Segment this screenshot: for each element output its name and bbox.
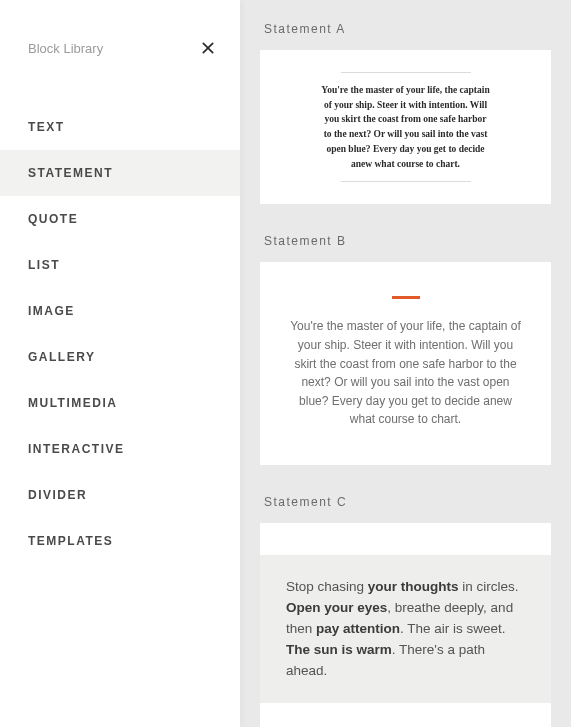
bold-run: your thoughts <box>368 579 459 594</box>
block-section-a: Statement A You're the master of your li… <box>240 16 571 228</box>
bold-run: Open your eyes <box>286 600 387 615</box>
preview-a-inner: You're the master of your life, the capt… <box>321 72 491 182</box>
close-icon <box>200 40 216 56</box>
statement-a-text: You're the master of your life, the capt… <box>321 73 491 181</box>
nav-item-statement[interactable]: STATEMENT <box>0 150 240 196</box>
block-label: Statement C <box>260 489 551 523</box>
statement-c-text: Stop chasing your thoughts in circles. O… <box>260 555 551 704</box>
nav-item-image[interactable]: IMAGE <box>0 288 240 334</box>
nav-item-quote[interactable]: QUOTE <box>0 196 240 242</box>
preview-pane[interactable]: Statement A You're the master of your li… <box>240 0 571 727</box>
preview-statement-b[interactable]: You're the master of your life, the capt… <box>260 262 551 465</box>
text-run: Stop chasing <box>286 579 368 594</box>
divider-bottom <box>341 181 471 182</box>
accent-bar <box>392 296 420 299</box>
block-label: Statement A <box>260 16 551 50</box>
nav-item-divider[interactable]: DIVIDER <box>0 472 240 518</box>
nav-item-text[interactable]: TEXT <box>0 104 240 150</box>
bold-run: The sun is warm <box>286 642 392 657</box>
close-button[interactable] <box>200 40 216 56</box>
preview-c-spacer-bottom <box>260 703 551 727</box>
sidebar-title: Block Library <box>28 41 103 56</box>
block-section-b: Statement B You're the master of your li… <box>240 228 571 489</box>
nav-item-gallery[interactable]: GALLERY <box>0 334 240 380</box>
preview-c-spacer-top <box>260 523 551 555</box>
sidebar-nav: TEXT STATEMENT QUOTE LIST IMAGE GALLERY … <box>0 84 240 564</box>
sidebar-header: Block Library <box>0 0 240 84</box>
preview-statement-c[interactable]: Stop chasing your thoughts in circles. O… <box>260 523 551 727</box>
nav-item-list[interactable]: LIST <box>0 242 240 288</box>
block-section-c: Statement C Stop chasing your thoughts i… <box>240 489 571 727</box>
text-run: . The air is sweet. <box>400 621 506 636</box>
nav-item-multimedia[interactable]: MULTIMEDIA <box>0 380 240 426</box>
bold-run: pay attention <box>316 621 400 636</box>
sidebar: Block Library TEXT STATEMENT QUOTE LIST … <box>0 0 240 727</box>
nav-item-interactive[interactable]: INTERACTIVE <box>0 426 240 472</box>
block-label: Statement B <box>260 228 551 262</box>
text-run: in circles. <box>459 579 519 594</box>
nav-item-templates[interactable]: TEMPLATES <box>0 518 240 564</box>
statement-b-text: You're the master of your life, the capt… <box>288 317 523 429</box>
preview-statement-a[interactable]: You're the master of your life, the capt… <box>260 50 551 204</box>
